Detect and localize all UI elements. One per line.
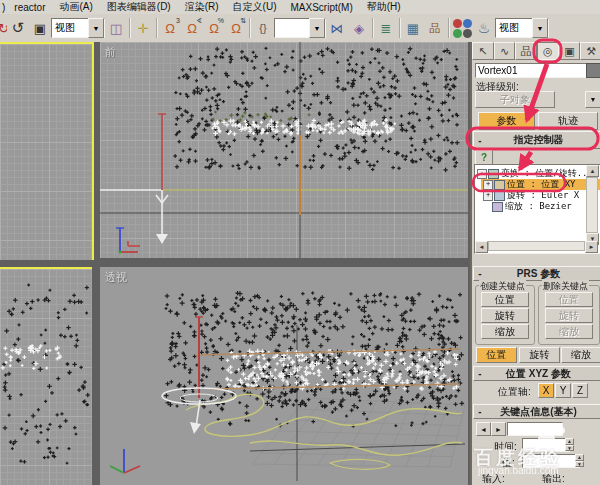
viewport-label-perspective: 透视 bbox=[105, 270, 127, 285]
position-xyz-rollout[interactable]: -位置 XYZ 参数 bbox=[473, 366, 600, 381]
viewport-area: 前 bbox=[0, 42, 470, 485]
menu-maxscript[interactable]: MAXScript(M) bbox=[283, 2, 359, 13]
next-key-icon[interactable]: ► bbox=[491, 422, 506, 436]
menu-rendering[interactable]: 渲染(R) bbox=[178, 0, 226, 14]
create-key-position-button[interactable]: 位置 bbox=[481, 292, 529, 307]
align-icon[interactable]: ◈ bbox=[348, 17, 370, 39]
controller-row-transform[interactable]: - 变换 : 位置/旋转... bbox=[475, 168, 600, 179]
key-number-field[interactable] bbox=[507, 422, 563, 436]
render-icon[interactable]: ♨ bbox=[473, 17, 495, 39]
menu-reactor[interactable]: reactor bbox=[7, 2, 52, 13]
prs-parameters-rollout[interactable]: -PRS 参数 bbox=[473, 266, 600, 281]
sub-object-button[interactable]: 子对象 bbox=[475, 91, 555, 108]
create-tab-icon[interactable]: ↖ bbox=[472, 42, 494, 60]
create-key-scale-button[interactable]: 缩放 bbox=[481, 324, 529, 339]
toolbar-separator bbox=[249, 18, 250, 38]
sub-object-dropdown-icon[interactable]: ▼ bbox=[585, 91, 600, 108]
time-label: 时间: bbox=[494, 440, 517, 454]
key-info-rollout[interactable]: -关键点信息(基本) bbox=[473, 404, 600, 419]
toolbar-separator bbox=[448, 18, 449, 38]
named-selection-field[interactable]: ▼ bbox=[274, 18, 326, 38]
spinner-snap-icon[interactable]: Ω⇅ bbox=[225, 17, 247, 39]
controller-row-scale[interactable]: 缩放 : Bezier bbox=[481, 201, 600, 212]
3dsmax-window: ) reactor 动画(A) 图表编辑器(D) 渲染(R) 自定义(U) MA… bbox=[0, 0, 600, 485]
material-editor-icon[interactable] bbox=[451, 17, 473, 39]
scale-mode-button[interactable]: 缩放 bbox=[561, 347, 600, 363]
create-key-rotation-button[interactable]: 旋转 bbox=[481, 308, 529, 323]
previous-key-icon[interactable]: ◄ bbox=[476, 422, 491, 436]
left-particles-canvas bbox=[0, 269, 92, 485]
layer-manager-icon[interactable]: ≣ bbox=[375, 17, 397, 39]
reference-coordinate-dropdown[interactable]: 视图 ▼ bbox=[51, 18, 105, 38]
command-panel: ↖ ∿ 品 ◎ ▣ ⚒ Vortex01 选择级别: 子对象 ▼ 参数 轨迹 -… bbox=[470, 42, 600, 485]
mirror-icon[interactable]: ⋈ bbox=[326, 17, 348, 39]
select-link-icon[interactable]: ✛ bbox=[132, 17, 154, 39]
chevron-down-icon[interactable]: ▼ bbox=[532, 18, 548, 38]
persp-gizmos bbox=[100, 267, 468, 485]
viewport-layout-icon[interactable]: ◫ bbox=[105, 17, 127, 39]
controller-row-position[interactable]: + 位置 : 位置 XY bbox=[481, 179, 600, 190]
value-field[interactable] bbox=[522, 454, 580, 468]
reference-coordinate-value: 视图 bbox=[52, 21, 88, 35]
menu-graph-editors[interactable]: 图表编辑器(D) bbox=[100, 0, 178, 14]
display-tab-icon[interactable]: ▣ bbox=[559, 42, 581, 60]
toolbar-separator bbox=[129, 18, 130, 38]
named-selection-sets-icon[interactable]: {} bbox=[252, 17, 274, 39]
viewport-perspective[interactable]: 透视 bbox=[100, 267, 468, 485]
redo-icon[interactable]: ↻ bbox=[0, 17, 7, 39]
modify-tab-icon[interactable]: ∿ bbox=[494, 42, 516, 60]
percent-snap-icon[interactable]: Ω% bbox=[203, 17, 225, 39]
utilities-tab-icon[interactable]: ⚒ bbox=[580, 42, 600, 60]
axis-x-button[interactable]: X bbox=[538, 383, 554, 398]
viewport-left-partial-bottom[interactable] bbox=[0, 267, 92, 485]
chevron-down-icon[interactable]: ▼ bbox=[309, 18, 325, 38]
delete-key-position-button[interactable]: 位置 bbox=[545, 292, 593, 307]
render-view-dropdown[interactable]: 视图 ▼ bbox=[495, 18, 549, 38]
viewport-left-partial-top[interactable] bbox=[0, 42, 94, 260]
delete-key-group: 删除关键点 位置 旋转 缩放 bbox=[538, 285, 600, 345]
curve-editor-icon[interactable]: ▦ bbox=[402, 17, 424, 39]
out-label: 输出: bbox=[542, 472, 565, 485]
scroll-right-icon[interactable]: ► bbox=[585, 241, 598, 253]
undo-icon[interactable]: ↺ bbox=[7, 17, 29, 39]
assign-controller-button[interactable]: ? bbox=[475, 150, 493, 165]
delete-key-scale-button[interactable]: 缩放 bbox=[545, 324, 593, 339]
axis-z-button[interactable]: Z bbox=[572, 383, 588, 398]
hierarchy-tab-icon[interactable]: 品 bbox=[515, 42, 537, 60]
menu-help[interactable]: 帮助(H) bbox=[360, 0, 408, 14]
rotation-mode-button[interactable]: 旋转 bbox=[519, 347, 560, 363]
time-field[interactable] bbox=[522, 438, 570, 452]
position-mode-button[interactable]: 位置 bbox=[476, 347, 517, 363]
object-name-field[interactable]: Vortex01 bbox=[475, 63, 589, 78]
snap-toggle-icon[interactable]: Ω3 bbox=[159, 17, 181, 39]
controller-row-rotation[interactable]: + 旋转 : Euler X bbox=[481, 190, 600, 201]
select-placement-icon[interactable]: ▣ bbox=[29, 17, 51, 39]
schematic-view-icon[interactable]: 品 bbox=[424, 17, 446, 39]
axis-y-button[interactable]: Y bbox=[555, 383, 571, 398]
controller-list-vscroll[interactable]: ▲ ▼ bbox=[586, 165, 598, 241]
chevron-down-icon[interactable]: ▼ bbox=[88, 18, 104, 38]
position-axis-label: 位置轴: bbox=[498, 385, 531, 399]
trajectories-tab-button[interactable]: 轨迹 bbox=[538, 112, 598, 130]
scroll-left-icon[interactable]: ◄ bbox=[475, 241, 488, 253]
viewport-front[interactable]: 前 bbox=[100, 42, 468, 258]
value-spinner[interactable]: ▲▼ bbox=[575, 454, 584, 467]
assign-controller-rollout[interactable]: -指定控制器 bbox=[473, 131, 600, 149]
time-spinner[interactable]: ▲▼ bbox=[565, 438, 574, 451]
angle-snap-icon[interactable]: Ω∢ bbox=[181, 17, 203, 39]
object-color-swatch[interactable] bbox=[586, 63, 600, 78]
viewport-label-front: 前 bbox=[105, 45, 116, 60]
menu-animation[interactable]: 动画(A) bbox=[52, 0, 99, 14]
toolbar-separator bbox=[372, 18, 373, 38]
menu-bar: ) reactor 动画(A) 图表编辑器(D) 渲染(R) 自定义(U) MA… bbox=[0, 0, 600, 15]
controller-list-hscroll[interactable]: ◄ ► bbox=[475, 241, 598, 251]
transform-track-icon bbox=[488, 169, 499, 179]
render-view-value: 视图 bbox=[496, 21, 532, 35]
delete-key-rotation-button[interactable]: 旋转 bbox=[545, 308, 593, 323]
axis-tripod-icon bbox=[116, 228, 138, 254]
scroll-up-icon[interactable]: ▲ bbox=[586, 165, 599, 177]
motion-tab-icon[interactable]: ◎ bbox=[537, 42, 559, 60]
menu-customize[interactable]: 自定义(U) bbox=[226, 0, 284, 14]
in-label: 输入: bbox=[482, 472, 505, 485]
parameters-tab-button[interactable]: 参数 bbox=[478, 112, 535, 130]
